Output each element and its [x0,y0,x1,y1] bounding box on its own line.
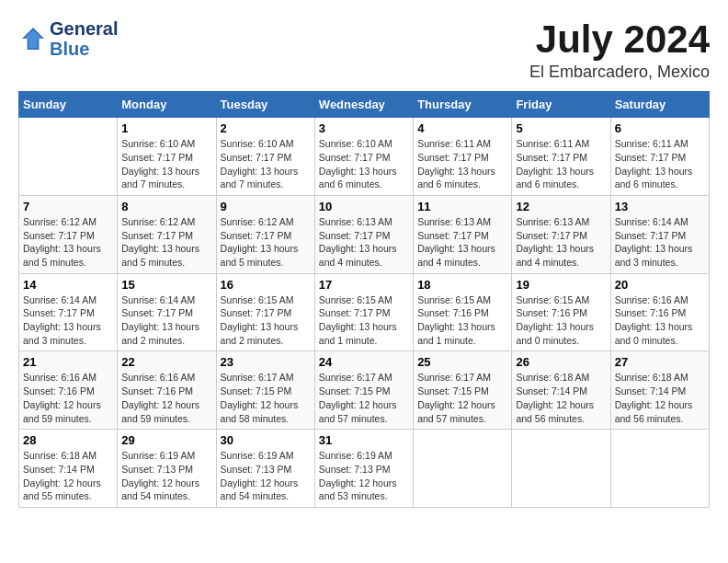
calendar-cell: 15Sunrise: 6:14 AMSunset: 7:17 PMDayligh… [118,273,216,351]
day-number: 4 [417,121,507,135]
day-info: Sunrise: 6:14 AMSunset: 7:17 PMDaylight:… [121,293,211,348]
day-number: 2 [221,121,311,135]
calendar-cell: 17Sunrise: 6:15 AMSunset: 7:17 PMDayligh… [314,273,413,351]
day-number: 22 [121,355,211,369]
week-row-3: 14Sunrise: 6:14 AMSunset: 7:17 PMDayligh… [19,273,710,351]
day-info: Sunrise: 6:11 AMSunset: 7:17 PMDaylight:… [615,137,705,191]
calendar-cell: 23Sunrise: 6:17 AMSunset: 7:15 PMDayligh… [216,351,314,430]
day-number: 26 [516,355,606,369]
calendar-cell [512,430,610,508]
day-number: 6 [615,121,705,135]
weekday-header-friday: Friday [512,92,610,118]
calendar-cell: 7Sunrise: 6:12 AMSunset: 7:17 PMDaylight… [19,195,118,273]
calendar-cell: 20Sunrise: 6:16 AMSunset: 7:16 PMDayligh… [610,273,709,351]
calendar-cell: 4Sunrise: 6:11 AMSunset: 7:17 PMDaylight… [414,118,512,196]
location-title: El Embarcadero, Mexico [529,63,710,82]
day-number: 8 [121,200,211,213]
calendar-cell: 16Sunrise: 6:15 AMSunset: 7:17 PMDayligh… [216,273,314,351]
day-info: Sunrise: 6:10 AMSunset: 7:17 PMDaylight:… [319,137,409,191]
day-number: 15 [121,278,211,292]
day-info: Sunrise: 6:14 AMSunset: 7:17 PMDaylight:… [23,293,113,348]
calendar-cell: 19Sunrise: 6:15 AMSunset: 7:16 PMDayligh… [512,273,610,351]
day-number: 16 [221,278,311,292]
day-number: 9 [221,200,311,213]
weekday-header-tuesday: Tuesday [216,92,314,118]
day-number: 31 [319,433,409,447]
day-info: Sunrise: 6:16 AMSunset: 7:16 PMDaylight:… [615,293,705,348]
day-info: Sunrise: 6:16 AMSunset: 7:16 PMDaylight:… [121,371,211,425]
day-info: Sunrise: 6:10 AMSunset: 7:17 PMDaylight:… [121,137,211,191]
weekday-header-thursday: Thursday [414,92,512,118]
calendar-cell: 13Sunrise: 6:14 AMSunset: 7:17 PMDayligh… [610,195,709,273]
day-number: 25 [417,355,507,369]
day-info: Sunrise: 6:13 AMSunset: 7:17 PMDaylight:… [417,215,507,270]
day-number: 13 [615,200,705,213]
calendar-cell: 26Sunrise: 6:18 AMSunset: 7:14 PMDayligh… [512,351,610,430]
day-info: Sunrise: 6:19 AMSunset: 7:13 PMDaylight:… [121,449,211,503]
day-info: Sunrise: 6:17 AMSunset: 7:15 PMDaylight:… [319,371,409,425]
day-info: Sunrise: 6:12 AMSunset: 7:17 PMDaylight:… [121,215,211,270]
calendar-cell: 22Sunrise: 6:16 AMSunset: 7:16 PMDayligh… [118,351,216,430]
day-number: 12 [516,200,606,213]
day-number: 1 [121,121,211,135]
day-number: 17 [319,278,409,292]
calendar-cell: 3Sunrise: 6:10 AMSunset: 7:17 PMDaylight… [314,118,413,196]
day-number: 7 [23,200,113,213]
day-number: 18 [417,278,507,292]
day-number: 27 [615,355,705,369]
calendar-cell: 31Sunrise: 6:19 AMSunset: 7:13 PMDayligh… [314,430,413,508]
week-row-5: 28Sunrise: 6:18 AMSunset: 7:14 PMDayligh… [19,430,710,508]
day-info: Sunrise: 6:18 AMSunset: 7:14 PMDaylight:… [23,449,113,503]
day-number: 28 [23,433,113,447]
calendar-cell: 10Sunrise: 6:13 AMSunset: 7:17 PMDayligh… [314,195,413,273]
calendar-cell: 8Sunrise: 6:12 AMSunset: 7:17 PMDaylight… [118,195,216,273]
day-number: 30 [221,433,311,447]
calendar-cell: 14Sunrise: 6:14 AMSunset: 7:17 PMDayligh… [19,273,118,351]
day-number: 5 [516,121,606,135]
calendar-cell: 18Sunrise: 6:15 AMSunset: 7:16 PMDayligh… [414,273,512,351]
week-row-2: 7Sunrise: 6:12 AMSunset: 7:17 PMDaylight… [19,195,710,273]
logo-text: General Blue [50,18,118,59]
day-number: 11 [417,200,507,213]
day-info: Sunrise: 6:11 AMSunset: 7:17 PMDaylight:… [417,137,507,191]
page-header: General Blue July 2024 El Embarcadero, M… [18,18,710,82]
day-info: Sunrise: 6:12 AMSunset: 7:17 PMDaylight:… [23,215,113,270]
calendar-cell: 29Sunrise: 6:19 AMSunset: 7:13 PMDayligh… [118,430,216,508]
calendar-cell [610,430,709,508]
day-number: 3 [319,121,409,135]
day-info: Sunrise: 6:11 AMSunset: 7:17 PMDaylight:… [516,137,606,191]
day-number: 14 [23,278,113,292]
day-info: Sunrise: 6:12 AMSunset: 7:17 PMDaylight:… [221,215,311,270]
day-number: 23 [221,355,311,369]
day-info: Sunrise: 6:15 AMSunset: 7:17 PMDaylight:… [221,293,311,348]
logo: General Blue [18,18,118,59]
calendar-cell [19,118,118,196]
day-number: 29 [121,433,211,447]
day-number: 19 [516,278,606,292]
weekday-header-row: SundayMondayTuesdayWednesdayThursdayFrid… [19,92,710,118]
day-info: Sunrise: 6:15 AMSunset: 7:16 PMDaylight:… [516,293,606,348]
day-info: Sunrise: 6:17 AMSunset: 7:15 PMDaylight:… [417,371,507,425]
day-number: 24 [319,355,409,369]
day-number: 20 [615,278,705,292]
calendar-cell: 28Sunrise: 6:18 AMSunset: 7:14 PMDayligh… [19,430,118,508]
calendar-cell: 30Sunrise: 6:19 AMSunset: 7:13 PMDayligh… [216,430,314,508]
calendar-cell: 24Sunrise: 6:17 AMSunset: 7:15 PMDayligh… [314,351,413,430]
calendar-cell: 25Sunrise: 6:17 AMSunset: 7:15 PMDayligh… [414,351,512,430]
day-info: Sunrise: 6:18 AMSunset: 7:14 PMDaylight:… [516,371,606,425]
calendar-cell: 6Sunrise: 6:11 AMSunset: 7:17 PMDaylight… [610,118,709,196]
day-info: Sunrise: 6:19 AMSunset: 7:13 PMDaylight:… [221,449,311,503]
weekday-header-saturday: Saturday [610,92,709,118]
weekday-header-wednesday: Wednesday [314,92,413,118]
day-info: Sunrise: 6:17 AMSunset: 7:15 PMDaylight:… [221,371,311,425]
day-number: 10 [319,200,409,213]
calendar-cell: 27Sunrise: 6:18 AMSunset: 7:14 PMDayligh… [610,351,709,430]
day-info: Sunrise: 6:14 AMSunset: 7:17 PMDaylight:… [615,215,705,270]
calendar-cell: 12Sunrise: 6:13 AMSunset: 7:17 PMDayligh… [512,195,610,273]
day-info: Sunrise: 6:13 AMSunset: 7:17 PMDaylight:… [319,215,409,270]
month-title: July 2024 [529,18,710,61]
week-row-1: 1Sunrise: 6:10 AMSunset: 7:17 PMDaylight… [19,118,710,196]
day-info: Sunrise: 6:19 AMSunset: 7:13 PMDaylight:… [319,449,409,503]
weekday-header-monday: Monday [118,92,216,118]
calendar-cell [414,430,512,508]
